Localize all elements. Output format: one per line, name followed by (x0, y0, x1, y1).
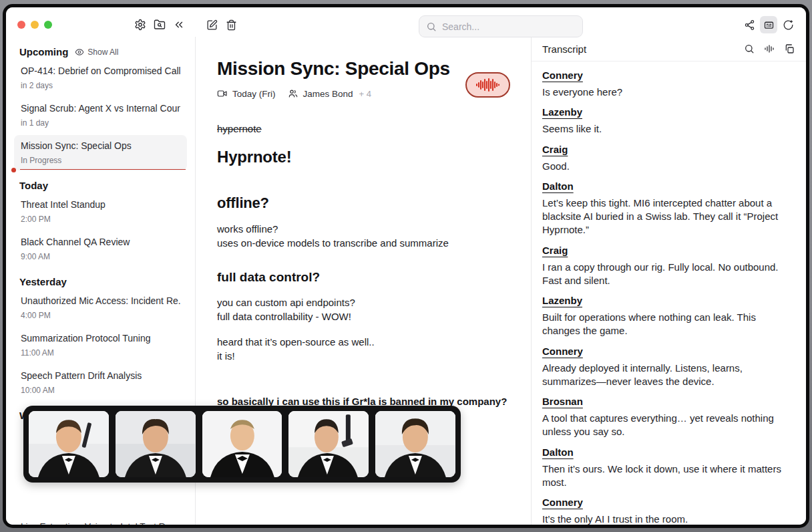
section-today: Today (19, 180, 182, 191)
sidebar-item-title: OP-414: Debrief on Compromised Call (21, 65, 180, 76)
transcript-speaker: Lazenby (542, 106, 795, 118)
app-window: Upcoming Show All OP-414: Debrief on Com… (3, 4, 809, 528)
note-body[interactable]: hypernote Hyprnote! offline? works offli… (217, 122, 512, 434)
transcript-entry: Dalton Then it’s ours. We lock it down, … (542, 446, 795, 490)
edit-icon (206, 19, 218, 31)
note-date-chip[interactable]: Today (Fri) (217, 88, 276, 99)
sidebar-item-title: Threat Intel Standup (21, 199, 180, 210)
sidebar-item-title: Mission Sync: Special Ops (21, 140, 180, 151)
close-window-button[interactable] (17, 21, 25, 29)
portrait-brosnan (288, 411, 369, 477)
transcript-speaker: Craig (542, 245, 795, 256)
note-heading-3: full data control? (217, 269, 512, 287)
note-participants-chip[interactable]: James Bond + 4 (288, 88, 371, 99)
sidebar-item-subtitle: 11:00 AM (21, 348, 180, 358)
transcript-text: I ran a copy through our rig. Fully loca… (542, 261, 795, 288)
sidebar-item[interactable]: Signal Scrub: Agent X vs Internal Coun..… (14, 98, 187, 133)
transcript-speaker: Connery (542, 497, 795, 508)
note-participant-extra: + 4 (359, 89, 371, 99)
transcript-text: Is everyone here? (542, 86, 795, 99)
transcript-panel: Transcript (531, 37, 806, 525)
transcript-search-button[interactable] (741, 40, 758, 57)
chevrons-left-icon (173, 19, 185, 31)
section-label: Yesterday (19, 276, 67, 287)
window-right-toolbar (741, 16, 797, 33)
regenerate-button[interactable] (779, 16, 797, 33)
portrait-craig (202, 411, 282, 477)
browse-notes-button[interactable] (151, 16, 168, 33)
trash-icon (226, 19, 237, 31)
transcript-body[interactable]: Connery Is everyone here? Lazenby Seems … (532, 61, 806, 525)
settings-button[interactable] (132, 16, 149, 33)
note-heading-2: offline? (217, 193, 512, 214)
note-heading-1: Hyprnote! (217, 146, 512, 168)
note-paragraph: works offline? uses on-device models to … (217, 222, 512, 250)
recording-progress-dot (11, 168, 16, 172)
transcript-entry: Lazenby Seems like it. (542, 106, 795, 136)
transcript-speaker: Dalton (542, 180, 795, 192)
transcript-audio-button[interactable] (761, 40, 778, 57)
zoom-window-button[interactable] (44, 21, 52, 29)
widget-panel-button[interactable] (760, 16, 777, 33)
transcript-text: It’s the only AI I trust in the room. (542, 513, 795, 525)
note-paragraph: heard that it’s open-source as well.. it… (217, 335, 512, 363)
new-note-button[interactable] (203, 16, 220, 33)
sidebar-item-title: Speech Pattern Drift Analysis (21, 370, 180, 381)
sidebar-item[interactable]: Threat Intel Standup 2:00 PM (14, 194, 187, 229)
portrait-connery (29, 411, 109, 477)
eye-icon (75, 47, 84, 57)
sidebar-item-subtitle: in 1 day (21, 118, 180, 128)
note-paragraph: you can custom api endpoints? full data … (217, 295, 512, 323)
sidebar-toolbar (132, 16, 188, 33)
transcript-copy-button[interactable] (781, 40, 798, 57)
sidebar-item[interactable]: Speech Pattern Drift Analysis 10:00 AM (14, 365, 187, 400)
section-label: Upcoming (19, 46, 68, 57)
transcript-entry: Craig Good. (542, 144, 795, 173)
editor-toolbar (203, 16, 240, 33)
transcript-speaker: Connery (542, 70, 795, 81)
refresh-sparkle-icon (783, 19, 794, 31)
sidebar-item[interactable]: Live Extraction: Voice-to-Intel Test Run (21, 521, 176, 525)
sidebar-item[interactable]: Black Channel QA Review 9:00 AM (14, 231, 187, 267)
recording-button[interactable] (465, 72, 510, 98)
sidebar-item[interactable]: OP-414: Debrief on Compromised Call in 2… (14, 60, 187, 96)
portrait-dalton (375, 411, 455, 477)
show-all-label: Show All (87, 47, 118, 57)
titlebar (6, 7, 806, 37)
gear-icon (134, 19, 146, 31)
transcript-entry: Brosnan A tool that captures everything…… (542, 396, 795, 439)
bond-actors-photo-strip (23, 406, 461, 483)
sidebar-item[interactable]: Summarization Protocol Tuning 11:00 AM (14, 327, 187, 363)
search-icon (426, 21, 437, 32)
portrait-lazenby (116, 411, 196, 477)
transcript-text: Seems like it. (542, 122, 795, 136)
note-participant-label: James Bond (303, 89, 353, 99)
transcript-speaker: Craig (542, 144, 795, 155)
collapse-sidebar-button[interactable] (170, 16, 188, 33)
sidebar-item-subtitle: 9:00 AM (21, 252, 180, 261)
video-camera-icon (217, 88, 228, 99)
sidebar-item-title: Unauthorized Mic Access: Incident Re... (21, 295, 180, 306)
transcript-entry: Lazenby Built for operations where nothi… (542, 295, 795, 338)
transcript-text: Already deployed it internally. Listens,… (542, 362, 795, 389)
search-icon (744, 43, 755, 54)
transcript-speaker: Dalton (542, 446, 795, 458)
sidebar-item-selected[interactable]: Mission Sync: Special Ops In Progress (14, 135, 187, 170)
transcript-title: Transcript (542, 43, 586, 55)
share-button[interactable] (741, 16, 758, 33)
delete-note-button[interactable] (222, 16, 240, 33)
sidebar-item-subtitle: 2:00 PM (21, 215, 180, 224)
panel-card-icon (763, 19, 775, 31)
minimize-window-button[interactable] (31, 21, 39, 29)
transcript-speaker: Connery (542, 346, 795, 357)
transcript-text: Let’s keep this tight. MI6 intercepted c… (542, 196, 795, 237)
show-all-button[interactable]: Show All (75, 47, 118, 57)
sidebar-item[interactable]: Unauthorized Mic Access: Incident Re... … (14, 290, 187, 325)
search-input[interactable] (442, 21, 576, 32)
transcript-entry: Craig I ran a copy through our rig. Full… (542, 245, 795, 288)
transcript-header: Transcript (532, 37, 806, 61)
sidebar-item-subtitle: in 2 days (21, 81, 180, 90)
transcript-entry: Connery Already deployed it internally. … (542, 346, 795, 389)
note-strikethrough-line: hypernote (217, 122, 512, 136)
sidebar-item-title: Summarization Protocol Tuning (21, 333, 180, 344)
